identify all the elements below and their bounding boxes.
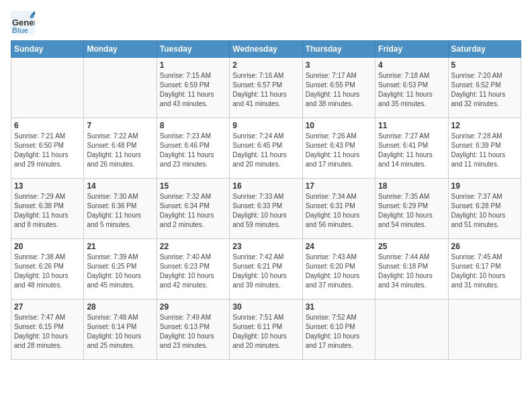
calendar-cell: 16Sunrise: 7:33 AM Sunset: 6:33 PM Dayli…: [230, 179, 302, 239]
day-number: 29: [160, 302, 226, 312]
day-number: 21: [87, 242, 153, 251]
day-detail: Sunrise: 7:21 AM Sunset: 6:50 PM Dayligh…: [14, 132, 81, 169]
day-number: 27: [14, 302, 81, 312]
day-number: 19: [451, 181, 518, 191]
day-detail: Sunrise: 7:20 AM Sunset: 6:52 PM Dayligh…: [451, 71, 518, 109]
day-number: 9: [232, 121, 299, 130]
calendar-cell: 15Sunrise: 7:32 AM Sunset: 6:34 PM Dayli…: [157, 179, 229, 239]
calendar-cell: 23Sunrise: 7:42 AM Sunset: 6:21 PM Dayli…: [230, 239, 302, 300]
calendar-cell: 9Sunrise: 7:24 AM Sunset: 6:45 PM Daylig…: [230, 118, 302, 179]
day-number: 30: [232, 302, 299, 312]
day-detail: Sunrise: 7:38 AM Sunset: 6:26 PM Dayligh…: [14, 253, 81, 290]
calendar-cell: 20Sunrise: 7:38 AM Sunset: 6:26 PM Dayli…: [11, 239, 84, 300]
calendar-cell: 31Sunrise: 7:52 AM Sunset: 6:10 PM Dayli…: [302, 300, 375, 360]
day-number: 1: [160, 60, 226, 70]
calendar-cell: 29Sunrise: 7:49 AM Sunset: 6:13 PM Dayli…: [157, 300, 229, 360]
calendar-cell: 26Sunrise: 7:45 AM Sunset: 6:17 PM Dayli…: [448, 239, 521, 300]
day-of-week-sunday: Sunday: [11, 41, 84, 58]
day-number: 15: [160, 181, 226, 191]
calendar-cell: 22Sunrise: 7:40 AM Sunset: 6:23 PM Dayli…: [157, 239, 229, 300]
calendar-cell: 1Sunrise: 7:15 AM Sunset: 6:59 PM Daylig…: [157, 58, 229, 118]
calendar-cell: 5Sunrise: 7:20 AM Sunset: 6:52 PM Daylig…: [448, 58, 521, 118]
day-detail: Sunrise: 7:16 AM Sunset: 6:57 PM Dayligh…: [232, 71, 299, 109]
page-header: General Blue: [11, 11, 521, 35]
calendar-cell: 11Sunrise: 7:27 AM Sunset: 6:41 PM Dayli…: [375, 118, 448, 179]
day-number: 14: [87, 181, 153, 191]
calendar-cell: 24Sunrise: 7:43 AM Sunset: 6:20 PM Dayli…: [302, 239, 375, 300]
day-number: 26: [451, 242, 518, 251]
week-row-4: 20Sunrise: 7:38 AM Sunset: 6:26 PM Dayli…: [11, 239, 521, 300]
day-detail: Sunrise: 7:18 AM Sunset: 6:53 PM Dayligh…: [378, 71, 445, 109]
day-detail: Sunrise: 7:48 AM Sunset: 6:14 PM Dayligh…: [87, 313, 153, 351]
day-detail: Sunrise: 7:24 AM Sunset: 6:45 PM Dayligh…: [232, 132, 299, 169]
calendar-cell: 7Sunrise: 7:22 AM Sunset: 6:48 PM Daylig…: [84, 118, 157, 179]
day-number: 12: [451, 121, 518, 130]
calendar-cell: 2Sunrise: 7:16 AM Sunset: 6:57 PM Daylig…: [230, 58, 302, 118]
calendar-cell: 18Sunrise: 7:35 AM Sunset: 6:29 PM Dayli…: [375, 179, 448, 239]
calendar-cell: 4Sunrise: 7:18 AM Sunset: 6:53 PM Daylig…: [375, 58, 448, 118]
svg-text:Blue: Blue: [12, 26, 28, 34]
day-number: 10: [306, 121, 372, 130]
week-row-3: 13Sunrise: 7:29 AM Sunset: 6:38 PM Dayli…: [11, 179, 521, 239]
day-number: 8: [160, 121, 226, 130]
day-of-week-friday: Friday: [375, 41, 448, 58]
day-number: 28: [87, 302, 153, 312]
day-detail: Sunrise: 7:43 AM Sunset: 6:20 PM Dayligh…: [306, 253, 372, 290]
day-number: 22: [160, 242, 226, 251]
day-number: 3: [306, 60, 372, 70]
day-number: 7: [87, 121, 153, 130]
day-detail: Sunrise: 7:42 AM Sunset: 6:21 PM Dayligh…: [232, 253, 299, 290]
day-detail: Sunrise: 7:52 AM Sunset: 6:10 PM Dayligh…: [306, 313, 372, 351]
logo-icon: General Blue: [11, 11, 35, 35]
calendar-header: SundayMondayTuesdayWednesdayThursdayFrid…: [11, 41, 521, 58]
day-detail: Sunrise: 7:22 AM Sunset: 6:48 PM Dayligh…: [87, 132, 153, 169]
calendar-table: SundayMondayTuesdayWednesdayThursdayFrid…: [11, 40, 521, 360]
day-detail: Sunrise: 7:15 AM Sunset: 6:59 PM Dayligh…: [160, 71, 226, 109]
calendar-cell: 3Sunrise: 7:17 AM Sunset: 6:55 PM Daylig…: [302, 58, 375, 118]
day-detail: Sunrise: 7:28 AM Sunset: 6:39 PM Dayligh…: [451, 132, 518, 169]
day-of-week-tuesday: Tuesday: [157, 41, 229, 58]
calendar-cell: [84, 58, 157, 118]
day-number: 24: [306, 242, 372, 251]
day-number: 2: [232, 60, 299, 70]
day-of-week-wednesday: Wednesday: [230, 41, 302, 58]
calendar-cell: [11, 58, 84, 118]
day-detail: Sunrise: 7:33 AM Sunset: 6:33 PM Dayligh…: [232, 192, 299, 230]
day-detail: Sunrise: 7:49 AM Sunset: 6:13 PM Dayligh…: [160, 313, 226, 351]
calendar-cell: 8Sunrise: 7:23 AM Sunset: 6:46 PM Daylig…: [157, 118, 229, 179]
calendar-cell: 14Sunrise: 7:30 AM Sunset: 6:36 PM Dayli…: [84, 179, 157, 239]
calendar-cell: 28Sunrise: 7:48 AM Sunset: 6:14 PM Dayli…: [84, 300, 157, 360]
day-detail: Sunrise: 7:45 AM Sunset: 6:17 PM Dayligh…: [451, 253, 518, 290]
day-number: 16: [232, 181, 299, 191]
calendar-cell: 30Sunrise: 7:51 AM Sunset: 6:11 PM Dayli…: [230, 300, 302, 360]
day-detail: Sunrise: 7:23 AM Sunset: 6:46 PM Dayligh…: [160, 132, 226, 169]
day-detail: Sunrise: 7:39 AM Sunset: 6:25 PM Dayligh…: [87, 253, 153, 290]
day-detail: Sunrise: 7:34 AM Sunset: 6:31 PM Dayligh…: [306, 192, 372, 230]
day-of-week-saturday: Saturday: [448, 41, 521, 58]
week-row-5: 27Sunrise: 7:47 AM Sunset: 6:15 PM Dayli…: [11, 300, 521, 360]
day-detail: Sunrise: 7:47 AM Sunset: 6:15 PM Dayligh…: [14, 313, 81, 351]
day-detail: Sunrise: 7:37 AM Sunset: 6:28 PM Dayligh…: [451, 192, 518, 230]
day-number: 25: [378, 242, 445, 251]
day-number: 5: [451, 60, 518, 70]
day-detail: Sunrise: 7:35 AM Sunset: 6:29 PM Dayligh…: [378, 192, 445, 230]
calendar-cell: [375, 300, 448, 360]
day-detail: Sunrise: 7:26 AM Sunset: 6:43 PM Dayligh…: [306, 132, 372, 169]
day-of-week-monday: Monday: [84, 41, 157, 58]
day-number: 11: [378, 121, 445, 130]
logo: General Blue: [11, 11, 35, 35]
week-row-1: 1Sunrise: 7:15 AM Sunset: 6:59 PM Daylig…: [11, 58, 521, 118]
day-detail: Sunrise: 7:30 AM Sunset: 6:36 PM Dayligh…: [87, 192, 153, 230]
calendar-cell: 27Sunrise: 7:47 AM Sunset: 6:15 PM Dayli…: [11, 300, 84, 360]
day-number: 23: [232, 242, 299, 251]
day-number: 18: [378, 181, 445, 191]
day-number: 6: [14, 121, 81, 130]
day-number: 4: [378, 60, 445, 70]
calendar-cell: [448, 300, 521, 360]
calendar-cell: 13Sunrise: 7:29 AM Sunset: 6:38 PM Dayli…: [11, 179, 84, 239]
day-detail: Sunrise: 7:17 AM Sunset: 6:55 PM Dayligh…: [306, 71, 372, 109]
calendar-cell: 21Sunrise: 7:39 AM Sunset: 6:25 PM Dayli…: [84, 239, 157, 300]
day-number: 20: [14, 242, 81, 251]
calendar-cell: 6Sunrise: 7:21 AM Sunset: 6:50 PM Daylig…: [11, 118, 84, 179]
day-detail: Sunrise: 7:29 AM Sunset: 6:38 PM Dayligh…: [14, 192, 81, 230]
